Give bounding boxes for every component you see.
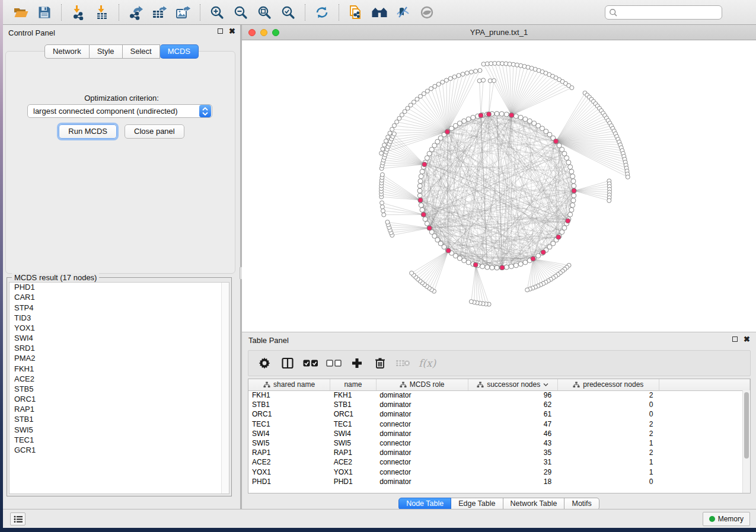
- float-table-panel-icon[interactable]: [732, 336, 738, 342]
- table-row[interactable]: TEC1TEC1connector472: [248, 419, 750, 429]
- import-network-icon[interactable]: [69, 4, 87, 21]
- criterion-dropdown[interactable]: largest connected component (undirected): [27, 104, 212, 118]
- binoculars-icon[interactable]: [371, 4, 388, 21]
- zoom-out-icon[interactable]: [232, 4, 250, 21]
- tab-network[interactable]: Network: [44, 44, 90, 59]
- list-item[interactable]: PMA2: [9, 354, 229, 364]
- function-builder-icon: f(x): [419, 357, 436, 369]
- run-mcds-button[interactable]: Run MCDS: [59, 124, 117, 139]
- list-item[interactable]: SRD1: [9, 344, 229, 354]
- memory-button[interactable]: Memory: [703, 512, 750, 526]
- control-panel-tabs: Network Style Select MCDS: [3, 44, 240, 59]
- table-row[interactable]: PHD1PHD1dominator180: [248, 477, 750, 486]
- list-item[interactable]: TEC1: [9, 435, 229, 446]
- split-columns-icon[interactable]: [280, 355, 295, 371]
- table-row[interactable]: SWI5SWI5connector431: [248, 438, 750, 448]
- column-header-successor-nodes[interactable]: successor nodes: [468, 379, 557, 390]
- list-item[interactable]: STB5: [9, 384, 229, 395]
- table-row[interactable]: YOX1YOX1connector291: [248, 467, 750, 477]
- column-header-name[interactable]: name: [330, 379, 377, 390]
- gear-icon[interactable]: [257, 355, 272, 371]
- table-scrollbar-thumb[interactable]: [744, 392, 749, 459]
- toolbar-separator: [119, 4, 119, 21]
- application-window: Control Panel ✖ Network Style Select MCD…: [3, 0, 756, 528]
- table-row[interactable]: ORC1ORC1dominator610: [248, 409, 750, 419]
- network-graph[interactable]: [242, 40, 754, 332]
- list-item[interactable]: STB1: [9, 415, 229, 425]
- dropdown-stepper-icon: [199, 105, 211, 117]
- deselect-all-icon[interactable]: [326, 355, 342, 371]
- zoom-fit-icon[interactable]: [256, 4, 273, 21]
- tab-network-table[interactable]: Network Table: [503, 498, 565, 510]
- tab-node-table[interactable]: Node Table: [398, 498, 451, 510]
- export-network-icon[interactable]: [127, 4, 145, 21]
- open-file-icon[interactable]: [12, 4, 30, 21]
- column-header-predecessor-nodes[interactable]: predecessor nodes: [557, 379, 659, 390]
- list-item[interactable]: STP4: [9, 303, 229, 313]
- table-toolbar: f(x): [248, 350, 751, 376]
- close-table-panel-icon[interactable]: ✖: [744, 336, 750, 342]
- list-item[interactable]: FKH1: [9, 364, 229, 374]
- column-header-MCDS-role[interactable]: MCDS role: [376, 379, 468, 390]
- tab-select[interactable]: Select: [123, 44, 160, 59]
- list-item[interactable]: PHD1: [9, 283, 229, 293]
- memory-status-icon: [709, 516, 715, 522]
- network-canvas[interactable]: [242, 40, 756, 332]
- criterion-value: largest connected component (undirected): [28, 107, 199, 116]
- delete-column-icon[interactable]: [372, 355, 388, 371]
- network-window-titlebar[interactable]: YPA_prune.txt_1: [242, 25, 756, 40]
- list-item[interactable]: RAP1: [9, 405, 229, 415]
- list-item[interactable]: GCR1: [9, 446, 229, 456]
- mcds-list-scrollbar[interactable]: [221, 283, 229, 493]
- toolbar-separator: [305, 4, 305, 21]
- table-row[interactable]: FKH1FKH1dominator962: [248, 390, 750, 400]
- save-session-icon[interactable]: [36, 4, 53, 21]
- copy-network-icon[interactable]: [347, 4, 365, 21]
- list-item[interactable]: SWI5: [9, 425, 229, 435]
- window-maximize-icon[interactable]: [272, 29, 279, 36]
- table-row[interactable]: ACE2ACE2connector311: [248, 457, 750, 467]
- list-item[interactable]: TID3: [9, 313, 229, 323]
- add-column-icon[interactable]: [349, 355, 365, 371]
- refresh-layout-icon[interactable]: [313, 4, 331, 21]
- table-row[interactable]: SWI4SWI4dominator462: [248, 429, 750, 438]
- task-history-button[interactable]: [10, 512, 25, 525]
- zoom-selected-icon[interactable]: [279, 4, 297, 21]
- mcds-result-list: PHD1CAR1STP4TID3YOX1SWI4SRD1PMA2FKH1ACE2…: [9, 282, 229, 494]
- table-scrollbar[interactable]: [742, 390, 750, 493]
- table-tabs: Node Table Edge Table Network Table Moti…: [242, 498, 756, 510]
- tab-style[interactable]: Style: [90, 44, 123, 59]
- import-table-icon[interactable]: [93, 4, 111, 21]
- tab-motifs[interactable]: Motifs: [564, 498, 599, 510]
- search-input[interactable]: [618, 8, 722, 17]
- export-image-icon[interactable]: [174, 4, 192, 21]
- search-box[interactable]: [605, 5, 722, 20]
- memory-label: Memory: [718, 515, 744, 523]
- search-icon: [609, 8, 618, 17]
- window-minimize-icon[interactable]: [260, 29, 267, 36]
- list-item[interactable]: CAR1: [9, 293, 229, 303]
- close-panel-button[interactable]: Close panel: [125, 124, 184, 139]
- list-item[interactable]: ACE2: [9, 374, 229, 384]
- toolbar-separator: [61, 4, 62, 21]
- show-all-icon[interactable]: [418, 4, 436, 21]
- zoom-in-icon[interactable]: [208, 4, 226, 21]
- table-row[interactable]: RAP1RAP1dominator352: [248, 448, 750, 457]
- window-close-icon[interactable]: [248, 29, 256, 36]
- network-window-title: YPA_prune.txt_1: [470, 28, 528, 37]
- select-all-icon[interactable]: [303, 355, 318, 371]
- mcds-tab-content: [5, 51, 235, 274]
- table-row[interactable]: STB1STB1dominator620: [248, 400, 750, 409]
- list-item[interactable]: SWI4: [9, 334, 229, 344]
- export-table-icon[interactable]: [151, 4, 168, 21]
- table-panel: Table Panel ✖: [242, 332, 756, 509]
- list-item[interactable]: ORC1: [9, 395, 229, 405]
- tab-edge-table[interactable]: Edge Table: [451, 498, 503, 510]
- float-panel-icon[interactable]: [218, 28, 223, 34]
- close-panel-icon[interactable]: ✖: [229, 28, 235, 34]
- tab-mcds[interactable]: MCDS: [160, 44, 199, 59]
- column-header-shared-name[interactable]: shared name: [248, 379, 330, 390]
- list-item[interactable]: YOX1: [9, 323, 229, 334]
- control-panel-header: Control Panel ✖: [3, 25, 240, 40]
- hide-selected-icon[interactable]: [394, 4, 412, 21]
